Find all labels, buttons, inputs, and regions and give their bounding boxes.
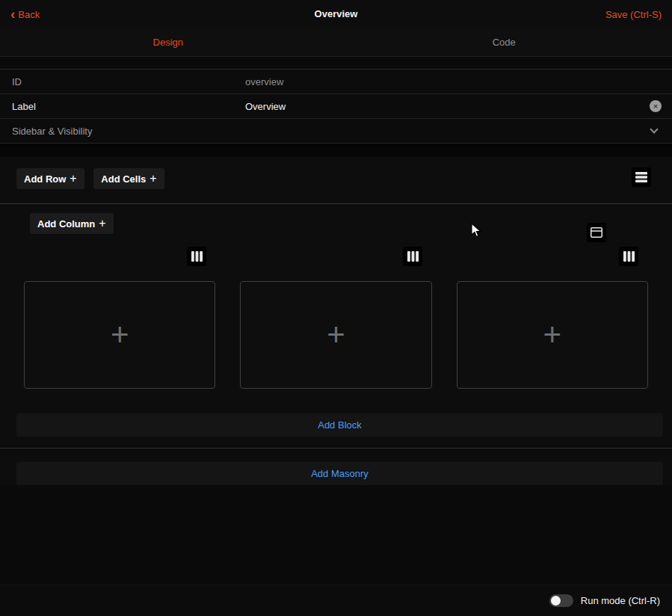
rows-icon [635, 172, 647, 182]
plus-icon: + [327, 319, 345, 351]
add-row-button[interactable]: Add Row + [16, 168, 84, 189]
column-settings-button[interactable] [187, 247, 206, 266]
section-gap [0, 144, 672, 157]
chevron-left-icon: ‹ [10, 7, 15, 21]
columns-icon [623, 251, 635, 262]
properties-form: ID overview Label × Sidebar & Visibility [0, 69, 672, 144]
add-block-button[interactable]: Add Block [16, 413, 663, 437]
id-value: overview [245, 76, 662, 87]
cells-row: + + + [0, 281, 672, 389]
app-window: ‹ Back Overview Save (Ctrl-S) Design Cod… [0, 0, 672, 616]
back-button[interactable]: ‹ Back [10, 8, 40, 21]
row-layout-button[interactable] [587, 223, 606, 242]
plus-icon: + [99, 218, 105, 230]
add-cells-button[interactable]: Add Cells + [93, 168, 164, 189]
back-label: Back [18, 9, 40, 20]
run-mode-label: Run mode (Ctrl-R) [581, 595, 660, 606]
plus-icon: + [543, 319, 562, 351]
form-row-id: ID overview [0, 70, 672, 94]
columns-icon [191, 251, 203, 262]
id-label: ID [12, 76, 245, 87]
sidebar-visibility-label: Sidebar & Visibility [12, 126, 245, 137]
tab-design[interactable]: Design [0, 28, 336, 56]
clear-icon[interactable]: × [650, 100, 662, 112]
columns-icon [407, 251, 419, 262]
row-toolbar: Add Row + Add Cells + [0, 157, 672, 204]
column-settings-button[interactable] [619, 247, 638, 266]
empty-cell-add-target[interactable]: + [457, 281, 648, 389]
plus-icon: + [70, 173, 76, 185]
divider [0, 448, 672, 449]
chevron-down-icon [650, 125, 658, 133]
add-column-label: Add Column [37, 218, 95, 230]
empty-cell-add-target[interactable]: + [24, 281, 215, 389]
run-mode-toggle[interactable] [549, 594, 573, 607]
row-layout-icon [591, 227, 602, 238]
tab-code[interactable]: Code [336, 28, 672, 56]
row-settings-button[interactable] [632, 167, 651, 187]
add-column-row: Add Column + [30, 213, 639, 234]
label-label: Label [12, 101, 245, 112]
save-button[interactable]: Save (Ctrl-S) [605, 9, 662, 20]
label-input[interactable] [245, 101, 642, 112]
column-icons-row [0, 247, 672, 266]
page-title: Overview [0, 8, 672, 19]
column-settings-button[interactable] [403, 247, 422, 266]
plus-icon: + [111, 319, 129, 351]
empty-cell-add-target[interactable]: + [240, 281, 431, 389]
add-cells-label: Add Cells [101, 173, 146, 185]
plus-icon: + [149, 173, 156, 185]
footer-bar: Run mode (Ctrl-R) [0, 585, 672, 616]
tab-bar: Design Code [0, 28, 672, 57]
toggle-knob [551, 596, 561, 606]
column-section: Add Column + [0, 204, 672, 449]
add-column-button[interactable]: Add Column + [30, 213, 114, 234]
layout-builder: Add Row + Add Cells + Add Column + [0, 157, 672, 485]
form-row-label: Label × [0, 94, 672, 119]
form-row-sidebar-visibility[interactable]: Sidebar & Visibility [0, 119, 672, 144]
top-bar: ‹ Back Overview Save (Ctrl-S) [0, 0, 672, 28]
add-masonry-button[interactable]: Add Masonry [16, 462, 663, 485]
add-row-label: Add Row [24, 173, 66, 185]
